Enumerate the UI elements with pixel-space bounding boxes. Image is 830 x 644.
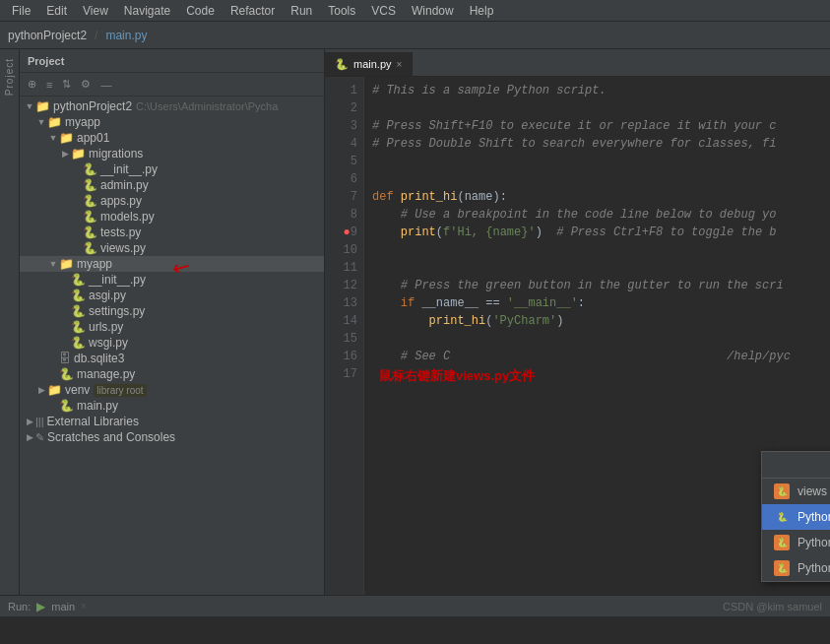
tree-apps[interactable]: 🐍 apps.py (20, 193, 324, 209)
menu-file[interactable]: File (4, 2, 38, 20)
editor-area: 🐍 main.py × 1 2 3 4 5 6 7 8 ●9 10 11 12 (325, 49, 830, 595)
code-content: 1 2 3 4 5 6 7 8 ●9 10 11 12 13 14 15 16 … (325, 77, 830, 595)
tree-ext-libs[interactable]: ▶ ||| External Libraries (20, 414, 324, 429)
menu-tools[interactable]: Tools (320, 2, 363, 20)
scratches-arrow: ▶ (24, 432, 35, 442)
menu-window[interactable]: Window (404, 2, 462, 20)
editor-tabs: 🐍 main.py × (325, 49, 830, 77)
bottom-bar: Run: ▶ main × CSDN @kim samuel (0, 595, 830, 616)
tab-close[interactable]: × (397, 59, 403, 70)
root-folder-icon: 📁 (35, 99, 50, 113)
myapp2-init-name: __init__.py (89, 273, 146, 287)
migrations-name: migrations (89, 147, 143, 161)
admin-icon: 🐍 (83, 178, 97, 192)
pyfile-item-icon: 🐍 (774, 509, 790, 525)
myapp1-arrow: ▼ (35, 117, 47, 127)
main-name: main.py (77, 399, 118, 413)
run-icon: ▶ (36, 600, 45, 613)
tree-app01-init[interactable]: 🐍 __init__.py (20, 161, 324, 177)
main-layout: Project Project ⊕ ≡ ⇅ ⚙ — ▼ 📁 pythonProj… (0, 49, 830, 595)
code-line-8: # Use a breakpoint in the code line belo… (372, 208, 776, 222)
myapp2-arrow: ▼ (47, 259, 59, 269)
context-menu-item-unittest[interactable]: 🐍 Python unit test (762, 530, 830, 555)
code-line-9: print(f'Hi, {name}') # Press Ctrl+F8 to … (372, 225, 777, 239)
tree-venv[interactable]: ▶ 📁 venv library root (20, 382, 324, 398)
settings-name: settings.py (89, 304, 145, 318)
toolbar-btn-2[interactable]: ≡ (42, 77, 56, 93)
tree-asgi[interactable]: 🐍 asgi.py (20, 288, 324, 303)
panel-toolbar: ⊕ ≡ ⇅ ⚙ — (20, 73, 324, 97)
asgi-icon: 🐍 (71, 289, 86, 302)
tree-tests[interactable]: 🐍 tests.py (20, 225, 324, 240)
apps-icon: 🐍 (83, 194, 97, 208)
code-line-14: print_hi('PyCharm') (372, 314, 563, 328)
sidebar-toggle-label[interactable]: Project (2, 54, 17, 99)
tree-manage[interactable]: 🐍 manage.py (20, 366, 324, 382)
venv-label: library root (94, 384, 146, 397)
status-right: CSDN @kim samuel (723, 601, 822, 612)
code-line-16: # See C /help/pyc (372, 350, 791, 363)
menu-vcs[interactable]: VCS (363, 2, 404, 20)
context-menu-item-pyfile[interactable]: 🐍 Python file (762, 504, 830, 530)
sidebar-toggle[interactable]: Project (0, 49, 20, 595)
tree-myapp-1[interactable]: ▼ 📁 myapp (20, 114, 324, 130)
tree-migrations[interactable]: ▶ 📁 migrations (20, 146, 324, 161)
views-item-icon: 🐍 (774, 483, 790, 499)
db-name: db.sqlite3 (74, 352, 124, 365)
main-icon: 🐍 (59, 399, 74, 413)
manage-icon: 🐍 (59, 367, 74, 381)
menu-navigate[interactable]: Navigate (116, 2, 178, 20)
tree-settings[interactable]: 🐍 settings.py (20, 303, 324, 319)
urls-name: urls.py (89, 320, 123, 334)
editor-tab-main[interactable]: 🐍 main.py × (325, 52, 413, 76)
asgi-name: asgi.py (89, 289, 126, 302)
urls-icon: 🐍 (71, 320, 86, 334)
tree-views[interactable]: 🐍 views.py (20, 240, 324, 256)
run-tab-close[interactable]: × (81, 601, 87, 612)
menu-view[interactable]: View (75, 2, 116, 20)
toolbar-btn-3[interactable]: ⇅ (58, 76, 75, 93)
menu-refactor[interactable]: Refactor (223, 2, 283, 20)
toolbar-btn-1[interactable]: ⊕ (24, 76, 40, 93)
tree-myapp-2[interactable]: ▼ 📁 myapp ↙ (20, 256, 324, 272)
tree-root[interactable]: ▼ 📁 pythonProject2 C:\Users\Administrato… (20, 98, 324, 114)
myapp2-name: myapp (77, 257, 112, 271)
myapp2-init-icon: 🐍 (71, 273, 86, 287)
ext-libs-arrow: ▶ (24, 417, 35, 426)
app01-name: app01 (77, 131, 109, 145)
pyfile-item-label: Python file (798, 510, 830, 524)
venv-icon: 📁 (47, 383, 62, 397)
run-label: Run: (8, 601, 31, 612)
menu-help[interactable]: Help (462, 2, 502, 20)
context-menu-item-stub[interactable]: 🐍 Python stub (762, 555, 830, 581)
toolbar-btn-4[interactable]: ⚙ (77, 76, 95, 93)
menu-edit[interactable]: Edit (38, 2, 75, 20)
run-tab-name[interactable]: main (51, 601, 75, 612)
toolbar-btn-5[interactable]: — (96, 77, 115, 93)
app01-arrow: ▼ (47, 133, 59, 143)
views-item-label: views (798, 484, 827, 498)
app01-init-arrow (71, 164, 83, 174)
menu-run[interactable]: Run (283, 2, 320, 20)
root-path: C:\Users\Administrator\Pycha (136, 100, 278, 112)
manage-name: manage.py (77, 367, 135, 381)
tree-scratches[interactable]: ▶ ✎ Scratches and Consoles (20, 429, 324, 445)
tree-models[interactable]: 🐍 models.py (20, 209, 324, 225)
project-name: pythonProject2 (8, 29, 87, 42)
wsgi-name: wsgi.py (89, 336, 128, 350)
venv-arrow: ▶ (35, 385, 47, 395)
menu-code[interactable]: Code (178, 2, 223, 20)
tree-admin[interactable]: 🐍 admin.py (20, 177, 324, 193)
code-line-4: # Press Double Shift to search everywher… (372, 137, 776, 151)
tree-wsgi[interactable]: 🐍 wsgi.py (20, 335, 324, 351)
menubar: File Edit View Navigate Code Refactor Ru… (0, 0, 830, 22)
myapp1-name: myapp (65, 115, 100, 129)
stub-item-icon: 🐍 (774, 560, 790, 576)
tree-main[interactable]: 🐍 main.py (20, 398, 324, 414)
tree-myapp2-init[interactable]: 🐍 __init__.py (20, 272, 324, 288)
tree-app01[interactable]: ▼ 📁 app01 (20, 130, 324, 146)
breakpoint-dot: ● (341, 224, 351, 241)
tree-db[interactable]: 🗄 db.sqlite3 (20, 351, 324, 366)
context-menu-item-views[interactable]: 🐍 views (762, 479, 830, 504)
tree-urls[interactable]: 🐍 urls.py (20, 319, 324, 335)
